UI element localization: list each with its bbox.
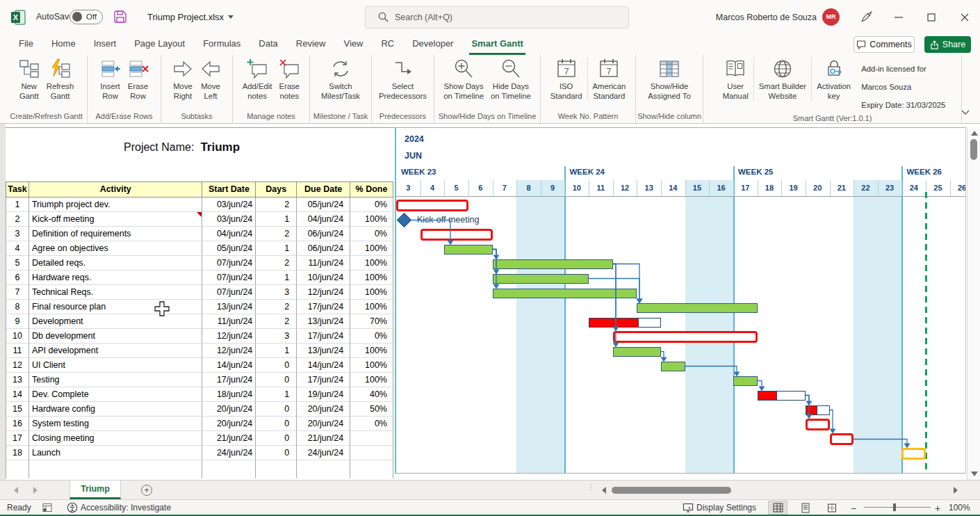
task-activity-cell[interactable]: Agree on objectives (29, 241, 203, 256)
vertical-scrollbar[interactable] (967, 127, 980, 480)
accessibility-status[interactable]: Accessibility: Investigate (81, 503, 171, 513)
task-start-cell[interactable]: 13/jun/24 (202, 300, 256, 314)
task-start-cell[interactable]: 03/jun/24 (202, 212, 256, 227)
task-activity-cell[interactable]: Testing (29, 373, 203, 387)
task-days-cell[interactable]: 3 (256, 285, 297, 300)
scroll-up-icon[interactable] (971, 131, 978, 136)
column-header-days[interactable]: Days (256, 182, 297, 197)
ribbon-tab-home[interactable]: Home (42, 35, 85, 55)
maximize-button[interactable] (924, 10, 938, 24)
ribbon-tab-rc[interactable]: RC (372, 35, 403, 55)
filename-dropdown-icon[interactable] (228, 15, 234, 19)
task-days-cell[interactable]: 1 (256, 387, 297, 402)
task-activity-cell[interactable]: System testing (29, 417, 203, 431)
scroll-down-icon[interactable] (971, 471, 978, 476)
task-done-cell[interactable]: 100% (350, 344, 393, 358)
accessibility-icon[interactable] (67, 502, 78, 513)
task-activity-cell[interactable]: Db development (29, 329, 203, 344)
ribbon-button-iso-standard[interactable]: 7ISOStandard (547, 57, 586, 101)
task-due-cell[interactable]: 11/jun/24 (297, 256, 350, 271)
task-days-cell[interactable]: 0 (256, 402, 297, 417)
ribbon-button-switch-milest-task[interactable]: SwitchMilest/Task (318, 57, 364, 101)
task-done-cell[interactable]: 0% (350, 197, 393, 212)
column-header-task[interactable]: Task (6, 182, 29, 197)
ribbon-tab-view[interactable]: View (334, 35, 372, 55)
task-days-cell[interactable]: 1 (256, 241, 297, 256)
gantt-bar-progress[interactable] (758, 391, 806, 401)
gantt-bar-done[interactable] (733, 376, 758, 386)
gantt-bar-done[interactable] (613, 347, 661, 357)
task-activity-cell[interactable]: Dev. Complete (29, 387, 203, 402)
task-activity-cell[interactable]: Definition of requirements (29, 227, 203, 241)
task-due-cell[interactable]: 17/jun/24 (297, 329, 350, 344)
ribbon-button-activation-key[interactable]: Activationkey (811, 57, 854, 101)
scroll-left-icon[interactable] (602, 487, 606, 494)
task-days-cell[interactable]: 1 (256, 212, 297, 227)
task-start-cell[interactable]: 21/jun/24 (202, 431, 256, 446)
task-due-cell[interactable]: 17/jun/24 (297, 373, 350, 387)
column-header-activity[interactable]: Activity (29, 182, 203, 197)
task-done-cell[interactable]: 100% (350, 212, 393, 227)
task-id-cell[interactable]: 8 (6, 300, 29, 314)
zoom-slider-thumb[interactable] (893, 503, 896, 511)
task-done-cell[interactable]: 100% (350, 358, 393, 373)
task-days-cell[interactable]: 0 (256, 417, 297, 431)
task-start-cell[interactable]: 12/jun/24 (202, 344, 256, 358)
task-days-cell[interactable]: 0 (256, 446, 297, 460)
empty-cell[interactable] (202, 460, 256, 478)
task-days-cell[interactable]: 2 (256, 300, 297, 314)
task-days-cell[interactable]: 3 (256, 329, 297, 344)
task-done-cell[interactable]: 100% (350, 300, 393, 314)
task-id-cell[interactable]: 18 (6, 446, 29, 460)
ribbon-tab-developer[interactable]: Developer (403, 35, 462, 55)
view-normal-button[interactable] (768, 501, 787, 515)
task-start-cell[interactable]: 03/jun/24 (202, 197, 256, 212)
gantt-bar-done[interactable] (493, 259, 613, 269)
ribbon-button-move-right[interactable]: MoveRight (169, 57, 197, 101)
task-id-cell[interactable]: 1 (6, 197, 29, 212)
gantt-bar-done[interactable] (493, 274, 589, 284)
task-activity-cell[interactable]: UI Client (29, 358, 203, 373)
task-done-cell[interactable]: 0% (350, 227, 393, 241)
horizontal-scroll-thumb[interactable] (612, 487, 731, 494)
task-activity-cell[interactable]: Closing meeting (29, 431, 203, 446)
task-activity-cell[interactable]: Development (29, 314, 203, 329)
ribbon-tab-formulas[interactable]: Formulas (194, 35, 250, 55)
task-due-cell[interactable]: 19/jun/24 (297, 387, 350, 402)
task-done-cell[interactable]: 50% (350, 402, 393, 417)
minimize-button[interactable] (892, 10, 906, 24)
task-id-cell[interactable]: 2 (6, 212, 29, 227)
task-done-cell[interactable]: 100% (350, 271, 393, 285)
macro-record-icon[interactable] (42, 502, 53, 513)
gantt-bar-progress[interactable] (589, 318, 661, 328)
task-due-cell[interactable]: 24/jun/24 (297, 446, 350, 460)
gantt-bar-launch[interactable] (901, 448, 926, 460)
task-due-cell[interactable]: 04/jun/24 (297, 212, 350, 227)
task-days-cell[interactable]: 2 (256, 314, 297, 329)
task-due-cell[interactable]: 17/jun/24 (297, 300, 350, 314)
task-start-cell[interactable]: 05/jun/24 (202, 241, 256, 256)
ribbon-tab-data[interactable]: Data (250, 35, 286, 55)
ribbon-button-refresh-gantt[interactable]: RefreshGantt (43, 57, 78, 101)
autosave-toggle[interactable]: Off (70, 10, 103, 24)
gantt-bar-pending[interactable] (613, 331, 758, 343)
empty-cell[interactable] (297, 460, 350, 478)
ribbon-button-american-standard[interactable]: 7AmericanStandard (587, 57, 630, 101)
ribbon-button-hide-days-on-timeline[interactable]: Hide Dayson Timeline (487, 57, 534, 101)
avatar[interactable]: MR (822, 8, 840, 26)
task-due-cell[interactable]: 06/jun/24 (297, 227, 350, 241)
gantt-bar-done[interactable] (444, 245, 492, 255)
add-sheet-button[interactable]: + (141, 485, 152, 496)
gantt-bar-progress[interactable] (806, 405, 830, 415)
task-days-cell[interactable]: 1 (256, 271, 297, 285)
zoom-slider[interactable] (864, 507, 931, 508)
task-id-cell[interactable]: 5 (6, 256, 29, 271)
empty-cell[interactable] (29, 460, 203, 478)
task-id-cell[interactable]: 9 (6, 314, 29, 329)
task-id-cell[interactable]: 10 (6, 329, 29, 344)
task-days-cell[interactable]: 0 (256, 358, 297, 373)
column-header-due-date[interactable]: Due Date (297, 182, 350, 197)
task-start-cell[interactable]: 17/jun/24 (202, 373, 256, 387)
gantt-bar-pending[interactable] (806, 419, 830, 430)
task-id-cell[interactable]: 15 (6, 402, 29, 417)
